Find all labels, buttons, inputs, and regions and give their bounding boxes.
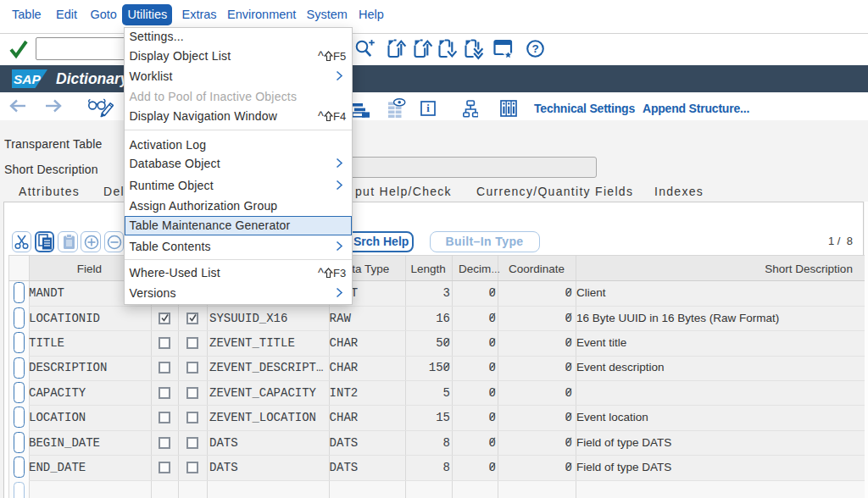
svg-text:SAP: SAP [14,72,42,86]
svg-text:i: i [426,102,430,114]
svg-text:?: ? [531,42,538,55]
